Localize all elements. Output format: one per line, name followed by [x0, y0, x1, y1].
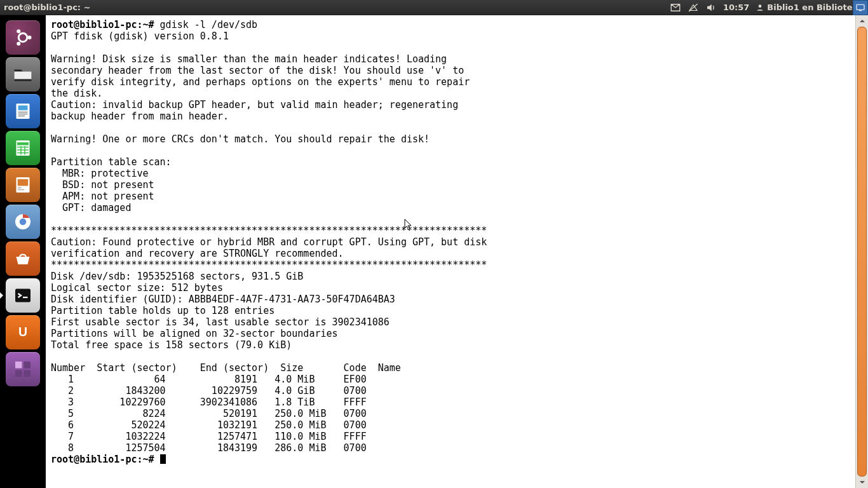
svg-rect-29 — [15, 362, 22, 369]
svg-point-6 — [17, 29, 20, 33]
workspace-switcher-icon[interactable] — [6, 352, 40, 386]
line: Caution: Found protective or hybrid MBR … — [51, 236, 487, 259]
writer-icon[interactable] — [6, 94, 40, 128]
svg-text:U: U — [18, 325, 27, 339]
svg-rect-30 — [24, 362, 31, 369]
scroll-up-button[interactable] — [856, 15, 868, 27]
svg-rect-31 — [15, 370, 22, 377]
table-row: 6 520224 1032191 250.0 MiB 0700 — [51, 419, 378, 431]
svg-rect-2 — [857, 4, 864, 10]
terminal-output[interactable]: root@biblio1-pc:~# gdisk -l /dev/sdb GPT… — [46, 15, 868, 488]
line: Logical sector size: 512 bytes — [51, 282, 223, 294]
line: ****************************************… — [51, 259, 487, 271]
svg-rect-22 — [18, 187, 22, 189]
line: GPT fdisk (gdisk) version 0.8.1 — [51, 30, 229, 42]
user-menu[interactable]: Biblio1 en Biblioteca — [756, 3, 863, 12]
launcher: U — [0, 15, 46, 488]
scrollbar[interactable] — [855, 15, 868, 488]
table-row: 5 8224 520191 250.0 MiB 0700 — [51, 408, 378, 419]
line: Partition table holds up to 128 entries — [51, 305, 275, 316]
line: Caution: invalid backup GPT header, but … — [51, 99, 458, 122]
scroll-thumb[interactable] — [857, 27, 867, 477]
window-title: root@biblio1-pc: ~ — [4, 3, 90, 12]
line: GPT: damaged — [51, 202, 131, 214]
line: Warning! Disk size is smaller than the m… — [51, 53, 470, 99]
svg-rect-32 — [24, 370, 31, 377]
chromium-icon[interactable] — [6, 205, 40, 239]
software-center-icon[interactable] — [6, 241, 40, 276]
network-icon[interactable] — [688, 2, 699, 13]
svg-rect-14 — [17, 142, 29, 146]
svg-rect-3 — [859, 10, 862, 11]
table-header: Number Start (sector) End (sector) Size … — [51, 362, 401, 374]
svg-rect-23 — [18, 189, 25, 191]
svg-rect-26 — [15, 289, 31, 302]
cursor — [160, 454, 166, 464]
terminal-icon[interactable] — [6, 278, 40, 313]
table-row: 8 1257504 1843199 286.0 MiB 0700 — [51, 442, 378, 454]
svg-rect-21 — [18, 179, 29, 186]
line: BSD: not present — [51, 179, 154, 191]
calc-icon[interactable] — [6, 131, 40, 165]
svg-rect-9 — [18, 105, 28, 111]
mail-icon[interactable] — [670, 2, 681, 13]
prompt: root@biblio1-pc:~# — [51, 454, 154, 465]
line: Warning! One or more CRCs don't match. Y… — [51, 133, 430, 145]
line: APM: not present — [51, 191, 154, 202]
line: First usable sector is 34, last usable s… — [51, 316, 390, 328]
command: gdisk -l /dev/sdb — [160, 19, 258, 30]
line: Total free space is 158 sectors (79.0 Ki… — [51, 339, 292, 351]
scroll-down-button[interactable] — [856, 477, 868, 488]
svg-point-5 — [28, 36, 32, 39]
svg-point-4 — [18, 33, 27, 42]
files-icon[interactable] — [6, 57, 40, 92]
user-label: Biblio1 en Biblioteca — [767, 3, 863, 12]
line: MBR: protective — [51, 168, 149, 179]
top-panel: root@biblio1-pc: ~ 10:57 Biblio1 en Bibl… — [0, 0, 868, 15]
shutdown-menu-icon[interactable] — [853, 0, 868, 15]
table-row: 2 1843200 10229759 4.0 GiB 0700 — [51, 385, 378, 396]
table-row: 3 10229760 3902341086 1.8 TiB FFFF — [51, 396, 378, 408]
table-row: 7 1032224 1257471 110.0 MiB FFFF — [51, 431, 378, 442]
line: Partition table scan: — [51, 156, 172, 168]
ubuntu-one-icon[interactable]: U — [6, 315, 40, 349]
line: ****************************************… — [51, 225, 487, 236]
line: Disk /dev/sdb: 1953525168 sectors, 931.5… — [51, 271, 303, 282]
line: Disk identifier (GUID): ABBB4EDF-4A7F-47… — [51, 294, 395, 305]
prompt: root@biblio1-pc:~# — [51, 19, 154, 30]
line: Partitions will be aligned on 32-sector … — [51, 328, 338, 339]
table-row: 1 64 8191 4.0 MiB EF00 — [51, 374, 378, 385]
svg-point-1 — [759, 4, 762, 8]
dash-icon[interactable] — [6, 20, 40, 55]
sound-icon[interactable] — [705, 2, 717, 13]
clock[interactable]: 10:57 — [723, 3, 749, 12]
svg-point-7 — [17, 42, 20, 46]
impress-icon[interactable] — [6, 168, 40, 202]
